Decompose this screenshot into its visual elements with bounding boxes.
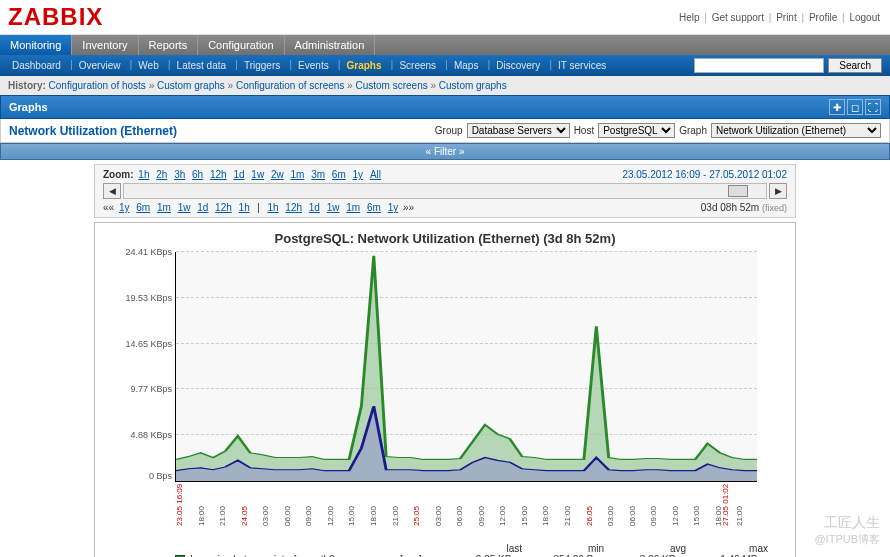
support-link[interactable]: Get support <box>712 12 764 23</box>
x-tick: 21:00 <box>218 506 227 526</box>
tab-inventory[interactable]: Inventory <box>72 35 138 55</box>
y-tick: 24.41 KBps <box>125 247 172 257</box>
timeline: Zoom: 1h 2h 3h 6h 12h 1d 1w 2w 1m 3m 6m … <box>94 164 796 218</box>
fullscreen-icon[interactable]: ⛶ <box>865 99 881 115</box>
y-tick: 9.77 KBps <box>130 384 172 394</box>
legend-col: last <box>440 543 522 554</box>
zoom-all[interactable]: All <box>370 169 381 180</box>
nav-l-1w[interactable]: 1w <box>178 202 191 213</box>
profile-link[interactable]: Profile <box>809 12 837 23</box>
nav-l-12h[interactable]: 12h <box>215 202 232 213</box>
sub-triggers[interactable]: Triggers <box>240 58 284 73</box>
x-tick: 15:00 <box>347 506 356 526</box>
sub-it-services[interactable]: IT services <box>554 58 610 73</box>
graph-title: Network Utilization (Ethernet) <box>9 124 177 138</box>
chart-title: PostgreSQL: Network Utilization (Etherne… <box>103 231 787 246</box>
zoom-2w[interactable]: 2w <box>271 169 284 180</box>
tab-configuration[interactable]: Configuration <box>198 35 284 55</box>
sub-graphs[interactable]: Graphs <box>343 58 386 73</box>
zoom-1h[interactable]: 1h <box>138 169 149 180</box>
zoom-1y[interactable]: 1y <box>353 169 364 180</box>
nav-l-1m[interactable]: 1m <box>157 202 171 213</box>
legend: last min avg max Incoming bytes on inter… <box>175 543 787 557</box>
history-link[interactable]: Custom screens <box>355 80 427 91</box>
history-link[interactable]: Configuration of hosts <box>49 80 146 91</box>
chart-plot[interactable]: 0 Bps 4.88 KBps 9.77 KBps 14.65 KBps 19.… <box>175 252 757 482</box>
submenu: Dashboard| Overview| Web| Latest data| T… <box>0 55 890 76</box>
sub-discovery[interactable]: Discovery <box>492 58 544 73</box>
scroll-right-icon[interactable]: ▶ <box>769 183 787 199</box>
reset-icon[interactable]: ◻ <box>847 99 863 115</box>
sub-maps[interactable]: Maps <box>450 58 482 73</box>
tab-administration[interactable]: Administration <box>285 35 376 55</box>
sub-latest-data[interactable]: Latest data <box>173 58 230 73</box>
nav-l-6m[interactable]: 6m <box>136 202 150 213</box>
sub-screens[interactable]: Screens <box>395 58 440 73</box>
zoom-12h[interactable]: 12h <box>210 169 227 180</box>
scroll-handle[interactable] <box>728 185 748 197</box>
nav-r-1h[interactable]: 1h <box>267 202 278 213</box>
search-input[interactable] <box>694 58 824 73</box>
sub-events[interactable]: Events <box>294 58 333 73</box>
help-link[interactable]: Help <box>679 12 700 23</box>
x-tick: 03:00 <box>434 506 443 526</box>
sub-dashboard[interactable]: Dashboard <box>8 58 65 73</box>
host-select[interactable]: PostgreSQL <box>598 123 675 138</box>
tab-monitoring[interactable]: Monitoring <box>0 35 72 55</box>
sub-web[interactable]: Web <box>134 58 162 73</box>
graph-select[interactable]: Network Utilization (Ethernet) <box>711 123 881 138</box>
zoom-1w[interactable]: 1w <box>251 169 264 180</box>
zoom-6m[interactable]: 6m <box>332 169 346 180</box>
group-label: Group <box>435 125 463 136</box>
history-link[interactable]: Custom graphs <box>439 80 507 91</box>
zoom-1m[interactable]: 1m <box>290 169 304 180</box>
print-link[interactable]: Print <box>776 12 797 23</box>
y-tick: 14.65 KBps <box>125 339 172 349</box>
time-scrollbar[interactable] <box>123 183 767 199</box>
nav-l-1h[interactable]: 1h <box>239 202 250 213</box>
graph-label: Graph <box>679 125 707 136</box>
nav-l-1d[interactable]: 1d <box>197 202 208 213</box>
zoom-6h[interactable]: 6h <box>192 169 203 180</box>
fixed-label[interactable]: (fixed) <box>762 203 787 213</box>
scroll-left-icon[interactable]: ◀ <box>103 183 121 199</box>
host-label: Host <box>574 125 595 136</box>
nav-r-1y[interactable]: 1y <box>388 202 399 213</box>
tab-reports[interactable]: Reports <box>139 35 199 55</box>
watermark: 工匠人生 @ITPUB博客 <box>814 514 880 547</box>
logout-link[interactable]: Logout <box>849 12 880 23</box>
nav-r-1d[interactable]: 1d <box>309 202 320 213</box>
group-select[interactable]: Database Servers <box>467 123 570 138</box>
zoom-1d[interactable]: 1d <box>233 169 244 180</box>
nav-r-1m[interactable]: 1m <box>346 202 360 213</box>
nav-r-12h[interactable]: 12h <box>285 202 302 213</box>
history-bar: History: Configuration of hosts » Custom… <box>0 76 890 95</box>
y-tick: 4.88 KBps <box>130 430 172 440</box>
filter-toggle[interactable]: « Filter » <box>0 143 890 160</box>
history-link[interactable]: Configuration of screens <box>236 80 344 91</box>
x-tick: 09:00 <box>649 506 658 526</box>
x-tick: 15:00 <box>520 506 529 526</box>
x-tick: 06:00 <box>455 506 464 526</box>
header-links: Help | Get support | Print | Profile | L… <box>677 12 882 23</box>
x-tick: 26.05 <box>585 506 594 526</box>
add-favorite-icon[interactable]: ✚ <box>829 99 845 115</box>
x-tick: 18:00 <box>714 506 723 526</box>
nav-left-fast: «« <box>103 202 114 213</box>
x-axis: 23.05 16:09 27.05 01:02 18:0021:0024.050… <box>175 482 757 537</box>
legend-col: avg <box>604 543 686 554</box>
zoom-3h[interactable]: 3h <box>174 169 185 180</box>
nav-r-6m[interactable]: 6m <box>367 202 381 213</box>
x-tick: 12:00 <box>671 506 680 526</box>
chart-svg <box>176 252 757 481</box>
zoom-2h[interactable]: 2h <box>156 169 167 180</box>
search-button[interactable]: Search <box>828 58 882 73</box>
nav-r-1w[interactable]: 1w <box>327 202 340 213</box>
x-tick: 06:00 <box>628 506 637 526</box>
sub-overview[interactable]: Overview <box>75 58 125 73</box>
legend-col: min <box>522 543 604 554</box>
nav-l-1y[interactable]: 1y <box>119 202 130 213</box>
history-link[interactable]: Custom graphs <box>157 80 225 91</box>
time-range: 23.05.2012 16:09 - 27.05.2012 01:02 <box>622 169 787 180</box>
zoom-3m[interactable]: 3m <box>311 169 325 180</box>
